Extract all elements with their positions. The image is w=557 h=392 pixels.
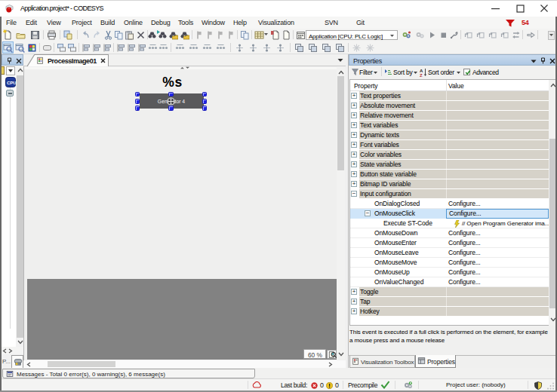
svg-text:Z: Z <box>420 72 423 77</box>
